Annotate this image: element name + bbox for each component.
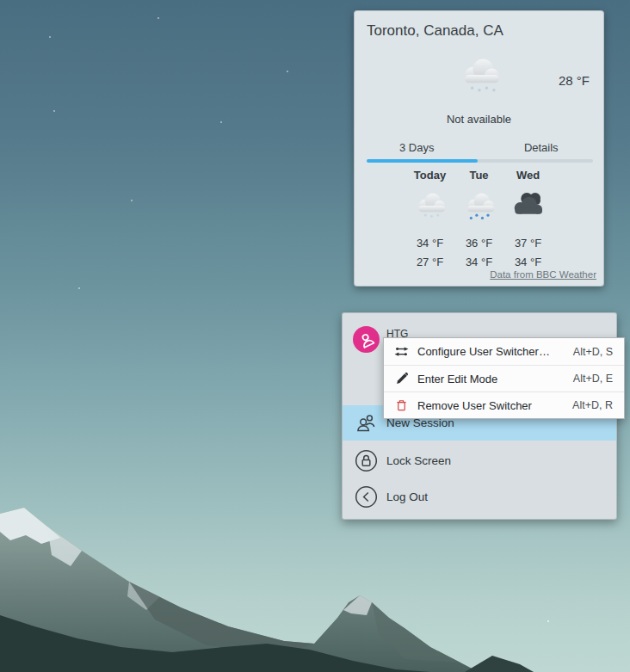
context-menu: Configure User Switcher… Alt+D, S Enter …: [383, 337, 625, 419]
forecast-day-label: Today: [405, 168, 454, 185]
forecast-day-label: Tue: [454, 168, 503, 185]
forecast-low-temp: 27 °F: [405, 253, 454, 273]
trash-icon: [394, 398, 409, 413]
session-item-lock-screen[interactable]: Lock Screen: [343, 443, 616, 478]
forecast-column-wed: Wed 37 °F 34 °F: [503, 168, 553, 273]
forecast-high-temp: 37 °F: [503, 234, 553, 253]
menu-item-enter-edit-mode[interactable]: Enter Edit Mode Alt+D, E: [384, 365, 624, 391]
tab-details[interactable]: Details: [479, 138, 604, 158]
menu-item-remove-user-switcher[interactable]: Remove User Switcher Alt+D, R: [384, 391, 624, 418]
configure-icon: [394, 344, 409, 359]
forecast-high-temp: 34 °F: [405, 234, 454, 253]
edit-icon: [394, 372, 409, 386]
new-session-icon: [354, 411, 378, 435]
forecast-column-today: Today 34 °F 27 °F: [405, 168, 454, 273]
star-speck: [78, 287, 80, 289]
weather-widget: Toronto, Canada, CA 28 °F Not available …: [354, 10, 604, 287]
menu-item-label: Enter Edit Mode: [417, 373, 573, 385]
forecast-column-tue: Tue 36 °F 34 °F: [454, 168, 503, 273]
menu-item-shortcut: Alt+D, R: [572, 399, 613, 411]
light-snow-cloud-icon: [405, 185, 454, 226]
star-speck: [49, 36, 51, 38]
user-icon: [358, 331, 375, 348]
menu-item-label: Configure User Switcher…: [417, 345, 573, 358]
forecast-high-temp: 36 °F: [454, 234, 503, 253]
star-speck: [158, 17, 159, 19]
weather-attribution-link[interactable]: Data from BBC Weather: [490, 269, 596, 280]
menu-item-shortcut: Alt+D, S: [573, 346, 613, 358]
star-speck: [53, 110, 55, 112]
user-avatar[interactable]: [353, 326, 380, 353]
menu-item-configure-user-switcher[interactable]: Configure User Switcher… Alt+D, S: [384, 338, 624, 365]
forecast-table: Today 34 °F 27 °F Tue: [405, 168, 553, 273]
current-temperature: 28 °F: [559, 73, 590, 88]
star-speck: [220, 121, 222, 123]
current-condition: Not available: [355, 113, 603, 126]
session-item-label: Log Out: [386, 490, 428, 503]
logout-icon: [354, 485, 378, 509]
menu-item-shortcut: Alt+D, E: [573, 373, 613, 385]
star-speck: [131, 200, 133, 201]
session-item-log-out[interactable]: Log Out: [343, 479, 616, 515]
star-speck: [287, 71, 288, 72]
forecast-day-label: Wed: [503, 168, 553, 185]
active-tab-underline: [367, 159, 478, 163]
lock-icon: [354, 448, 378, 472]
snow-cloud-icon: [454, 185, 503, 226]
tab-underline-track: [367, 159, 593, 163]
current-weather-snow-cloud-icon: [456, 54, 503, 96]
weather-location-title: Toronto, Canada, CA: [367, 22, 503, 40]
tab-3-days[interactable]: 3 Days: [355, 138, 479, 158]
weather-tab-bar: 3 Days Details: [355, 138, 603, 158]
session-item-label: Lock Screen: [386, 454, 451, 467]
dark-clouds-icon: [503, 185, 553, 226]
menu-item-label: Remove User Switcher: [417, 399, 572, 412]
